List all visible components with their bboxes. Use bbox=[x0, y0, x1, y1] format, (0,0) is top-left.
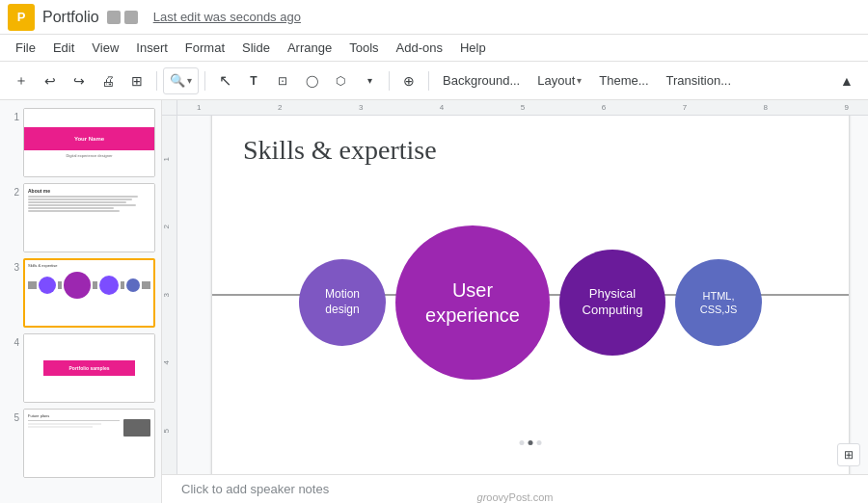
active-slide[interactable]: Skills & expertise Motion design User ex… bbox=[212, 116, 849, 474]
toolbar-add[interactable]: ＋ bbox=[8, 67, 35, 94]
slide-num-5: 5 bbox=[6, 409, 19, 423]
slide-canvas[interactable]: Skills & expertise Motion design User ex… bbox=[177, 116, 868, 474]
slide4-text: Portfolio samples bbox=[69, 365, 110, 371]
title-bar: P Portfolio Last edit was seconds ago bbox=[0, 0, 868, 35]
circle-motion-label: Motion design bbox=[325, 287, 360, 317]
toolbar-print[interactable]: 🖨 bbox=[95, 67, 122, 94]
slide-thumb-5[interactable]: 5 Future plans bbox=[6, 409, 155, 478]
last-edit-label: Last edit was seconds ago bbox=[153, 10, 301, 24]
canvas-area: 1 2 3 4 5 6 7 8 9 1 2 3 4 5 bbox=[162, 100, 868, 503]
toolbar-background[interactable]: Background... bbox=[435, 67, 528, 94]
layout-label: Layout bbox=[537, 73, 575, 88]
collapse-icon[interactable]: ▲ bbox=[833, 67, 860, 94]
zoom-icon: 🔍 bbox=[170, 73, 185, 88]
toolbar-sep-1 bbox=[156, 71, 157, 91]
slide-preview-2[interactable]: About me bbox=[23, 183, 155, 252]
slide3-title-preview: Skills & expertise bbox=[28, 263, 150, 268]
toolbar: ＋ ↩ ↪ 🖨 ⊞ 🔍 ▾ ↖ T ⊡ ◯ ⬡ ▾ ⊕ Background..… bbox=[0, 62, 868, 100]
menu-view[interactable]: View bbox=[84, 39, 126, 57]
zoom-chevron: ▾ bbox=[187, 75, 192, 86]
toolbar-text[interactable]: T bbox=[240, 67, 267, 94]
menu-arrange[interactable]: Arrange bbox=[280, 39, 339, 57]
toolbar-more-shapes[interactable]: ▾ bbox=[356, 67, 383, 94]
slide5-title: Future plans bbox=[28, 413, 120, 418]
slide5-device-icon bbox=[123, 419, 150, 437]
slide-num-1: 1 bbox=[6, 108, 19, 122]
slide-num-2: 2 bbox=[6, 183, 19, 198]
circle-physical-computing[interactable]: Physical Computing bbox=[559, 250, 665, 356]
theme-label: Theme... bbox=[599, 73, 648, 88]
zoom-control[interactable]: 🔍 ▾ bbox=[163, 67, 199, 94]
slide-num-3: 3 bbox=[6, 258, 19, 273]
circle-user-experience[interactable]: User experience bbox=[395, 225, 550, 380]
circles-group: Motion design User experience Physical C… bbox=[251, 225, 810, 380]
circle-ux-label: User experience bbox=[425, 278, 520, 328]
menu-addons[interactable]: Add-ons bbox=[389, 39, 450, 57]
scroll-indicator bbox=[520, 440, 542, 445]
menu-bar: File Edit View Insert Format Slide Arran… bbox=[0, 35, 868, 62]
toolbar-sep-4 bbox=[428, 71, 429, 91]
toolbar-line[interactable]: ⬡ bbox=[327, 67, 354, 94]
title-icons bbox=[107, 11, 138, 24]
slide-thumb-3[interactable]: 3 Skills & expertise bbox=[6, 258, 155, 328]
toolbar-image[interactable]: ⊡ bbox=[269, 67, 296, 94]
menu-tools[interactable]: Tools bbox=[341, 39, 386, 57]
transition-label: Transition... bbox=[666, 73, 731, 88]
slide-thumb-1[interactable]: 1 Your Name Digital experience designer bbox=[6, 108, 155, 177]
layout-chevron: ▾ bbox=[577, 75, 582, 86]
slide2-title: About me bbox=[28, 188, 150, 194]
slide-preview-1[interactable]: Your Name Digital experience designer bbox=[23, 108, 155, 177]
slide-panel: 1 Your Name Digital experience designer … bbox=[0, 100, 162, 503]
toolbar-redo[interactable]: ↪ bbox=[66, 67, 93, 94]
menu-format[interactable]: Format bbox=[177, 39, 232, 57]
slide1-subtitle: Digital experience designer bbox=[66, 153, 112, 158]
menu-insert[interactable]: Insert bbox=[128, 39, 176, 57]
circle-motion-design[interactable]: Motion design bbox=[299, 259, 386, 346]
slide-num-4: 4 bbox=[6, 333, 19, 348]
toolbar-transition[interactable]: Transition... bbox=[659, 67, 739, 94]
slide-thumb-4[interactable]: 4 Portfolio samples bbox=[6, 333, 155, 403]
main-area: 1 Your Name Digital experience designer … bbox=[0, 100, 868, 503]
menu-file[interactable]: File bbox=[8, 39, 43, 57]
toolbar-undo[interactable]: ↩ bbox=[37, 67, 64, 94]
ruler-corner bbox=[162, 100, 177, 116]
title-icon-2[interactable] bbox=[124, 11, 138, 24]
toolbar-shape[interactable]: ◯ bbox=[298, 67, 325, 94]
expand-button[interactable]: ⊞ bbox=[837, 443, 860, 466]
circle-pc-label: Physical Computing bbox=[583, 286, 643, 319]
menu-slide[interactable]: Slide bbox=[234, 39, 278, 57]
slide-preview-3[interactable]: Skills & expertise bbox=[23, 258, 155, 328]
toolbar-sep-2 bbox=[204, 71, 205, 91]
slide-preview-5[interactable]: Future plans bbox=[23, 409, 155, 478]
speaker-notes[interactable]: Click to add speaker notes bbox=[162, 474, 868, 503]
toolbar-cursor[interactable]: ↖ bbox=[211, 67, 238, 94]
slide-preview-4[interactable]: Portfolio samples bbox=[23, 333, 155, 403]
title-icon-1[interactable] bbox=[107, 11, 121, 24]
slide-thumb-2[interactable]: 2 About me bbox=[6, 183, 155, 252]
doc-title[interactable]: Portfolio bbox=[42, 9, 99, 26]
toolbar-sep-3 bbox=[389, 71, 390, 91]
circle-html-label: HTML, CSS,JS bbox=[700, 289, 738, 317]
app-icon: P bbox=[8, 4, 35, 31]
circle-html-css-js[interactable]: HTML, CSS,JS bbox=[675, 259, 762, 346]
toolbar-theme[interactable]: Theme... bbox=[591, 67, 656, 94]
background-label: Background... bbox=[443, 73, 520, 88]
slide-title: Skills & expertise bbox=[243, 135, 437, 166]
toolbar-layout[interactable]: Layout ▾ bbox=[529, 67, 589, 94]
menu-edit[interactable]: Edit bbox=[45, 39, 82, 57]
ruler-top: 1 2 3 4 5 6 7 8 9 bbox=[177, 100, 868, 116]
slide1-name: Your Name bbox=[74, 136, 104, 142]
menu-help[interactable]: Help bbox=[452, 39, 494, 57]
toolbar-paint[interactable]: ⊞ bbox=[123, 67, 150, 94]
toolbar-comment[interactable]: ⊕ bbox=[395, 67, 422, 94]
scroll-dot-1 bbox=[520, 440, 525, 445]
speaker-notes-placeholder: Click to add speaker notes bbox=[181, 482, 329, 496]
scroll-dot-3 bbox=[537, 440, 542, 445]
ruler-left: 1 2 3 4 5 bbox=[162, 116, 177, 474]
toolbar-collapse[interactable]: ▲ bbox=[833, 67, 860, 94]
scroll-dot-2 bbox=[529, 440, 533, 445]
